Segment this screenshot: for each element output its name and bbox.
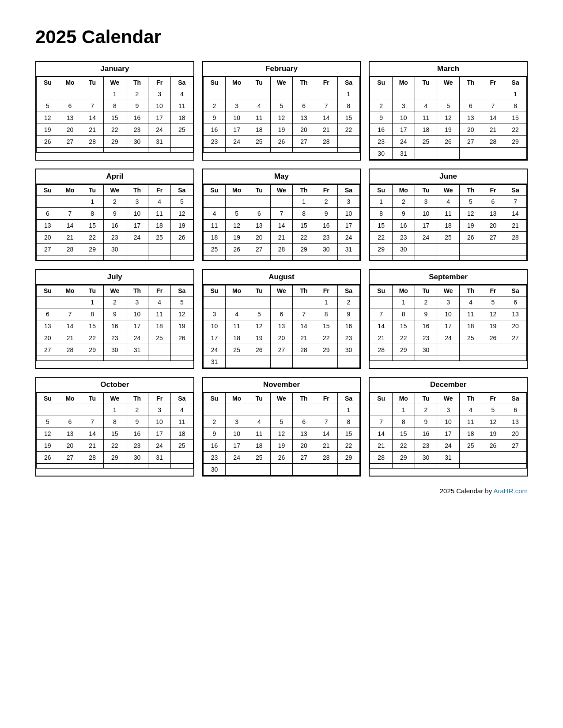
calendar-day: 6 bbox=[482, 196, 504, 208]
calendar-day: 13 bbox=[482, 208, 504, 220]
calendar-day bbox=[148, 255, 171, 260]
day-header-we: We bbox=[103, 185, 126, 196]
calendar-day: 22 bbox=[103, 124, 126, 136]
calendar-day: 26 bbox=[170, 232, 193, 244]
calendar-day: 15 bbox=[103, 112, 126, 124]
calendar-day: 1 bbox=[81, 196, 104, 208]
day-header-tu: Tu bbox=[81, 285, 104, 296]
calendar-day: 21 bbox=[370, 332, 393, 344]
day-header-sa: Sa bbox=[170, 185, 193, 196]
calendar-day: 18 bbox=[248, 440, 270, 452]
calendar-day: 5 bbox=[248, 308, 270, 320]
calendar-day: 1 bbox=[504, 88, 527, 100]
calendar-day: 3 bbox=[203, 308, 226, 320]
month-august: AugustSuMoTuWeThFrSa12345678910111213141… bbox=[202, 269, 361, 369]
calendar-day: 26 bbox=[270, 452, 293, 464]
calendar-day: 12 bbox=[248, 320, 270, 332]
calendar-day: 16 bbox=[370, 124, 393, 136]
day-header-th: Th bbox=[459, 285, 482, 296]
calendar-day: 7 bbox=[59, 308, 81, 320]
calendar-day bbox=[37, 148, 59, 153]
calendar-day: 7 bbox=[315, 416, 337, 428]
calendar-day: 25 bbox=[248, 452, 270, 464]
calendar-day: 20 bbox=[482, 220, 504, 232]
calendar-day: 15 bbox=[293, 220, 315, 232]
calendar-day bbox=[170, 344, 193, 356]
footer-link[interactable]: AraHR.com bbox=[493, 487, 528, 495]
calendar-day bbox=[148, 344, 171, 356]
calendar-day: 6 bbox=[293, 416, 315, 428]
table-row: 17181920212223 bbox=[203, 332, 360, 344]
month-table-july: SuMoTuWeThFrSa12345678910111213141516171… bbox=[36, 285, 193, 361]
day-header-tu: Tu bbox=[81, 185, 104, 196]
day-header-mo: Mo bbox=[226, 185, 248, 196]
calendar-day: 4 bbox=[170, 404, 193, 416]
table-row: 9101112131415 bbox=[370, 112, 527, 124]
calendar-day: 27 bbox=[248, 244, 270, 255]
calendar-day: 30 bbox=[126, 136, 148, 148]
calendar-day: 24 bbox=[148, 124, 171, 136]
calendar-day: 22 bbox=[337, 440, 360, 452]
table-row: 1234567 bbox=[370, 196, 527, 208]
day-header-su: Su bbox=[203, 77, 226, 88]
calendar-day: 12 bbox=[170, 308, 193, 320]
table-row: 16171819202122 bbox=[203, 124, 360, 136]
calendar-day bbox=[504, 344, 527, 356]
calendar-day: 17 bbox=[126, 320, 148, 332]
calendar-day: 19 bbox=[482, 320, 504, 332]
calendar-day: 3 bbox=[437, 404, 460, 416]
day-header-sa: Sa bbox=[504, 185, 527, 196]
calendar-day: 24 bbox=[203, 344, 226, 356]
calendar-day: 10 bbox=[437, 416, 460, 428]
day-header-th: Th bbox=[459, 185, 482, 196]
day-header-th: Th bbox=[459, 77, 482, 88]
calendar-day: 27 bbox=[37, 344, 59, 356]
calendar-day: 28 bbox=[482, 136, 504, 148]
table-row: 20212223242526 bbox=[37, 232, 193, 244]
calendar-day: 21 bbox=[59, 332, 81, 344]
table-row: 12345 bbox=[37, 196, 193, 208]
calendar-day: 26 bbox=[37, 136, 59, 148]
calendar-day: 28 bbox=[270, 244, 293, 255]
table-row: 1 bbox=[203, 88, 360, 100]
calendar-day: 21 bbox=[293, 332, 315, 344]
calendar-day bbox=[248, 148, 270, 153]
calendar-day: 18 bbox=[437, 220, 460, 232]
calendar-day: 27 bbox=[270, 344, 293, 356]
day-header-we: We bbox=[103, 77, 126, 88]
day-header-su: Su bbox=[37, 393, 59, 404]
calendar-day: 22 bbox=[81, 232, 104, 244]
calendar-day bbox=[170, 255, 193, 260]
calendar-day: 11 bbox=[248, 428, 270, 440]
table-row: 1 bbox=[370, 88, 527, 100]
day-header-fr: Fr bbox=[315, 393, 337, 404]
calendar-day: 20 bbox=[459, 124, 482, 136]
calendar-day bbox=[437, 464, 460, 469]
calendar-day bbox=[315, 148, 337, 153]
month-table-october: SuMoTuWeThFrSa12345678910111213141516171… bbox=[36, 393, 193, 469]
calendar-day: 4 bbox=[437, 196, 460, 208]
table-row: 19202122232425 bbox=[37, 124, 193, 136]
month-january: JanuarySuMoTuWeThFrSa1234567891011121314… bbox=[35, 61, 194, 161]
calendar-day: 19 bbox=[270, 440, 293, 452]
table-row: 2728293031 bbox=[37, 344, 193, 356]
calendar-day: 17 bbox=[148, 112, 171, 124]
calendar-day: 2 bbox=[103, 296, 126, 308]
calendar-day: 17 bbox=[337, 220, 360, 232]
calendar-day: 16 bbox=[415, 428, 437, 440]
calendar-day: 27 bbox=[459, 136, 482, 148]
calendar-day: 13 bbox=[59, 112, 81, 124]
day-header-we: We bbox=[270, 185, 293, 196]
calendar-day: 27 bbox=[504, 332, 527, 344]
calendar-day: 10 bbox=[148, 100, 171, 112]
calendar-day: 14 bbox=[482, 112, 504, 124]
calendar-day: 14 bbox=[81, 428, 104, 440]
calendar-day: 3 bbox=[148, 88, 171, 100]
day-header-mo: Mo bbox=[392, 393, 415, 404]
calendar-day: 10 bbox=[148, 416, 171, 428]
day-header-sa: Sa bbox=[337, 285, 360, 296]
calendar-day: 2 bbox=[370, 100, 393, 112]
calendar-day: 9 bbox=[337, 308, 360, 320]
day-header-tu: Tu bbox=[415, 77, 437, 88]
calendar-day: 14 bbox=[370, 320, 393, 332]
